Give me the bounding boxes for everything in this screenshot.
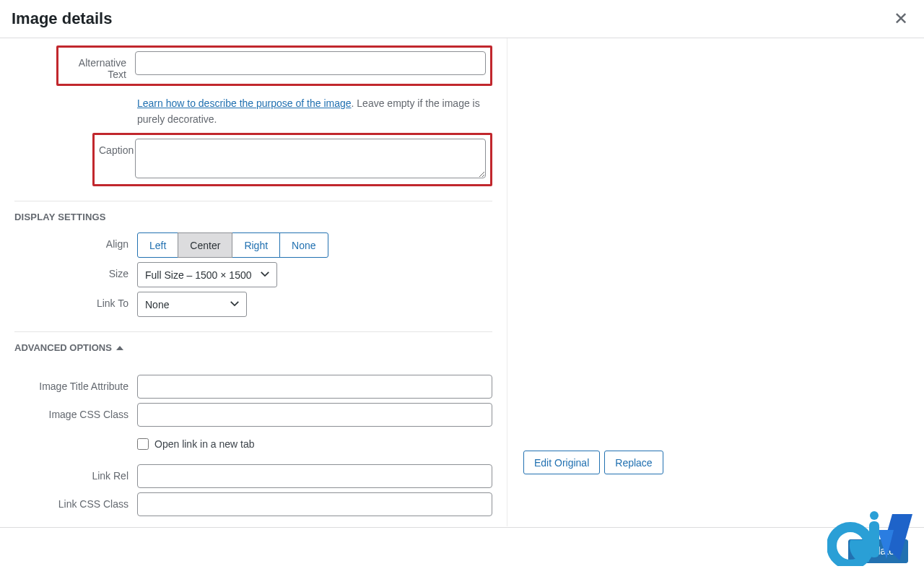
alt-help-text: Learn how to describe the purpose of the… [137,96,492,127]
alt-help-link[interactable]: Learn how to describe the purpose of the… [137,97,352,109]
caption-input[interactable] [135,139,486,178]
link-css-label: Link CSS Class [14,492,137,510]
edit-original-button[interactable]: Edit Original [523,451,600,474]
dialog-header: Image details ✕ [0,0,924,38]
alt-text-label: Alternative Text [63,51,135,80]
size-select[interactable]: Full Size – 1500 × 1500 [137,262,277,287]
align-button-group: Left Center Right None [137,232,492,258]
align-left-button[interactable]: Left [137,232,178,258]
linkto-label: Link To [14,292,137,309]
css-class-label: Image CSS Class [14,403,137,420]
dialog-title: Image details [12,9,112,28]
open-new-tab-label: Open link in a new tab [154,438,255,450]
replace-button[interactable]: Replace [604,451,663,474]
open-new-tab-checkbox[interactable] [137,438,149,450]
link-rel-input[interactable] [137,464,492,488]
dialog-footer: Update [0,527,924,574]
link-rel-label: Link Rel [14,464,137,482]
alt-text-input[interactable] [135,51,486,75]
update-button[interactable]: Update [848,539,908,563]
css-class-input[interactable] [137,403,492,427]
size-label: Size [14,262,137,279]
title-attr-input[interactable] [137,375,492,399]
align-center-button[interactable]: Center [178,232,232,258]
dialog-content: Alternative Text Learn how to describe t… [0,38,924,526]
align-none-button[interactable]: None [279,232,328,258]
link-css-input[interactable] [137,492,492,516]
settings-column: Alternative Text Learn how to describe t… [0,38,507,526]
highlight-caption: Caption [92,133,492,186]
align-right-button[interactable]: Right [232,232,280,258]
caption-label: Caption [99,139,135,156]
title-attr-label: Image Title Attribute [14,375,137,392]
preview-column: Edit Original Replace [507,38,924,526]
highlight-alt-text: Alternative Text [56,45,492,86]
advanced-options-toggle[interactable]: ADVANCED OPTIONS [14,342,492,353]
triangle-up-icon [116,346,123,350]
align-label: Align [14,232,137,250]
linkto-select[interactable]: None [137,292,247,317]
display-settings-heading: DISPLAY SETTINGS [14,212,492,222]
close-icon[interactable]: ✕ [889,10,912,27]
